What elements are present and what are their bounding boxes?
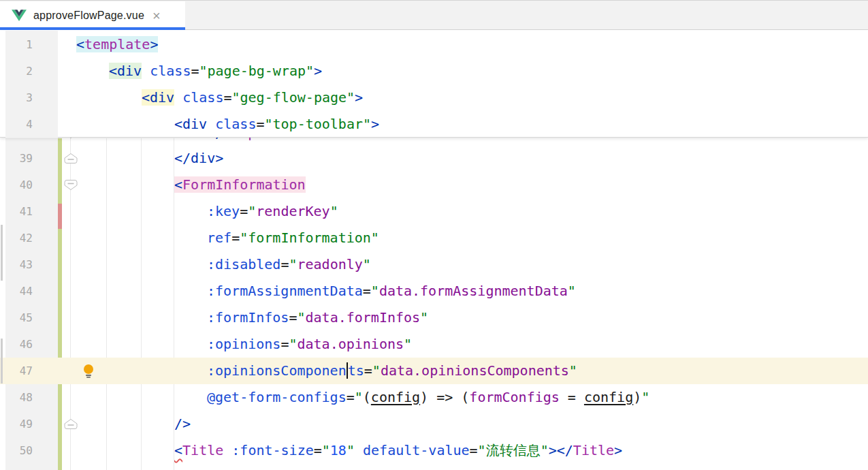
- token: =: [240, 203, 248, 219]
- line-number-38[interactable]: 38: [0, 138, 33, 145]
- code-line-42[interactable]: 42ref="formInformation": [0, 225, 868, 251]
- line-number-46[interactable]: 46: [0, 331, 33, 358]
- line-number-43[interactable]: 43: [0, 251, 33, 278]
- code-line-39[interactable]: 39</div>: [0, 145, 868, 172]
- line-number-41[interactable]: 41: [0, 198, 33, 225]
- left-scrollbar-thumb[interactable]: [1, 339, 3, 383]
- code-line-44[interactable]: 44:formAssignmentData="data.formAssignme…: [0, 278, 868, 304]
- token: :formAssignmentData: [207, 283, 363, 299]
- token: config: [371, 389, 420, 405]
- token: renderKey: [256, 203, 329, 219]
- token: data.formAssignmentData: [379, 283, 568, 299]
- token: class: [182, 89, 223, 106]
- token: =: [314, 442, 322, 458]
- token: <: [76, 36, 84, 52]
- code-line-40[interactable]: 40<FormInformation: [0, 172, 868, 198]
- code-line-38[interactable]: 38</a-space>: [0, 138, 868, 145]
- token: >: [549, 442, 557, 458]
- line-number-49[interactable]: 49: [0, 411, 33, 437]
- token: ref: [207, 230, 231, 246]
- token: />: [174, 416, 191, 432]
- line-2-code: <div class="page-bg-wrap">: [109, 58, 322, 84]
- token: =: [280, 336, 289, 352]
- token: "formInformation": [240, 230, 379, 246]
- token: ": [355, 389, 363, 405]
- code-line-1[interactable]: 1<template>: [0, 31, 868, 58]
- code-line-48[interactable]: 48@get-form-configs="(config) => (formCo…: [0, 384, 868, 411]
- code-line-3[interactable]: 3<div class="geg-flow-page">: [0, 84, 868, 111]
- token: =: [470, 442, 478, 458]
- code-lines: 39</div>40<FormInformation41:key="render…: [0, 145, 868, 464]
- token: ": [363, 256, 371, 272]
- line-number-44[interactable]: 44: [0, 278, 33, 304]
- line-38-code: </a-space>: [207, 138, 289, 145]
- intention-bulb-icon[interactable]: [82, 364, 95, 378]
- token: >: [614, 442, 622, 458]
- token: ": [322, 442, 330, 458]
- token: <div: [109, 63, 142, 79]
- token: <: [174, 176, 182, 193]
- code-line-45[interactable]: 45:formInfos="data.formInfos": [0, 304, 868, 331]
- token: [223, 442, 231, 458]
- left-scrollbar-thumb[interactable]: [1, 225, 3, 281]
- token: ": [347, 442, 355, 458]
- code-line-47[interactable]: 47:opinionsComponents="data.opinionsComp…: [0, 358, 868, 384]
- token: :opinions: [207, 336, 280, 352]
- token: class: [150, 63, 191, 79]
- fold-marker-icon[interactable]: [63, 179, 78, 191]
- code-line-41[interactable]: 41:key="renderKey": [0, 198, 868, 225]
- line-number-45[interactable]: 45: [0, 304, 33, 331]
- partial-line-clip: 38</a-space>: [0, 138, 868, 145]
- token: data.opinions: [297, 336, 404, 352]
- token: ": [289, 336, 297, 352]
- token: Title: [573, 442, 614, 458]
- tab-close-icon[interactable]: ×: [152, 9, 161, 22]
- token: <div: [142, 89, 174, 106]
- tab-approveflowpage[interactable]: approveFlowPage.vue ×: [0, 1, 185, 30]
- token: ) => (: [420, 389, 469, 405]
- line-50-code: <Title :font-size="18" default-value="流转…: [174, 437, 622, 464]
- token: >: [280, 138, 289, 141]
- token: data.formInfos: [306, 309, 421, 326]
- token: =: [364, 362, 372, 379]
- line-number-39[interactable]: 39: [0, 145, 33, 172]
- line-number-47[interactable]: 47: [0, 358, 33, 384]
- vue-logo-icon: [12, 10, 27, 22]
- line-number-48[interactable]: 48: [0, 384, 33, 411]
- token: class: [215, 116, 256, 132]
- token: "top-toolbar": [264, 116, 371, 132]
- line-44-code: :formAssignmentData="data.formAssignment…: [207, 278, 576, 304]
- line-3-code: <div class="geg-flow-page">: [142, 84, 363, 111]
- code-line-4[interactable]: 4<div class="top-toolbar">: [0, 111, 868, 138]
- code-line-46[interactable]: 46:opinions="data.opinions": [0, 331, 868, 358]
- line-number-3[interactable]: 3: [0, 84, 33, 111]
- line-number-42[interactable]: 42: [0, 225, 33, 251]
- token: [207, 116, 215, 132]
- line-number-50[interactable]: 50: [0, 437, 33, 464]
- token: ": [289, 256, 297, 272]
- code-line-49[interactable]: 49/>: [0, 411, 868, 437]
- token: <: [174, 442, 182, 458]
- token: data.opinionsComponents: [381, 362, 569, 379]
- fold-marker-icon[interactable]: [63, 153, 78, 164]
- active-tab-indicator: [0, 27, 185, 30]
- code-line-2[interactable]: 2<div class="page-bg-wrap">: [0, 58, 868, 84]
- token: :font-size: [231, 442, 313, 458]
- fold-marker-icon[interactable]: [63, 138, 78, 139]
- line-45-code: :formInfos="data.formInfos": [207, 304, 428, 331]
- code-line-43[interactable]: 43:disabled="readonly": [0, 251, 868, 278]
- token: :formInfos: [207, 309, 289, 326]
- token: =: [191, 63, 199, 79]
- token: ": [641, 389, 649, 405]
- line-4-code: <div class="top-toolbar">: [174, 111, 379, 138]
- token: >: [314, 63, 322, 79]
- token: (: [363, 389, 371, 405]
- line-number-40[interactable]: 40: [0, 172, 33, 198]
- sticky-lines-panel: 1<template>2<div class="page-bg-wrap">3<…: [0, 31, 868, 138]
- line-number-4[interactable]: 4: [0, 111, 33, 138]
- line-47-code: :opinionsComponents="data.opinionsCompon…: [207, 358, 577, 384]
- code-line-50[interactable]: 50<Title :font-size="18" default-value="…: [0, 437, 868, 464]
- line-number-2[interactable]: 2: [0, 58, 33, 84]
- line-number-1[interactable]: 1: [0, 31, 33, 58]
- fold-marker-icon[interactable]: [63, 418, 78, 430]
